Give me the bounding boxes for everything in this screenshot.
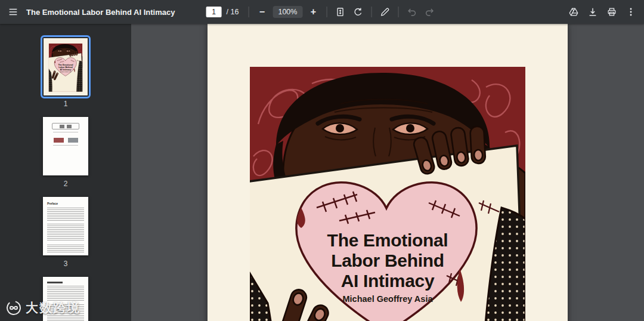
page-thumbnail-4[interactable] (43, 277, 88, 321)
page-number-input[interactable] (206, 7, 222, 17)
book-cover-page: The Emotional Labor Behind AI Intimacy M… (44, 38, 88, 95)
thumb-graphic (53, 145, 78, 146)
redo-button[interactable] (421, 4, 438, 20)
annotate-pen-icon (379, 7, 390, 17)
thumb-heading: Preface (47, 202, 84, 205)
page-thumbnail-3[interactable]: Preface (43, 197, 88, 255)
cover-title: The Emotional Labor Behind AI Intimacy (208, 230, 568, 291)
pdf-viewport: The Emotional Labor Behind AI Intimacy M… (131, 24, 644, 321)
page-thumbnail-1[interactable]: The Emotional Labor Behind AI Intimacy M… (44, 38, 88, 95)
zoom-level: 100% (273, 6, 302, 18)
rotate-button[interactable] (349, 4, 366, 20)
thumb-text-lines (47, 245, 84, 252)
drive-icon (568, 7, 579, 17)
zoom-in-button[interactable]: + (305, 4, 321, 20)
cover-title-line: AI Intimacy (44, 69, 88, 71)
zoom-out-button[interactable]: − (253, 4, 270, 20)
undo-button[interactable] (403, 4, 420, 20)
fit-page-icon (335, 7, 345, 17)
print-button[interactable] (603, 4, 620, 20)
menu-icon (8, 7, 18, 17)
thumbnail-page-number: 1 (64, 100, 68, 108)
thumb-text-lines (47, 224, 84, 242)
thumbnail-item-4: 4 (0, 277, 131, 321)
cover-author: Michael Geoffrey Asia (208, 294, 568, 304)
thumb-text-lines (47, 304, 84, 321)
thumbnail-item-2: 2 (0, 117, 131, 188)
thumbnail-sidebar: The Emotional Labor Behind AI Intimacy M… (0, 24, 131, 321)
thumb-graphic (53, 132, 78, 132)
cover-title-line: Labor Behind (208, 251, 568, 271)
toolbar-divider (371, 7, 371, 17)
thumb-graphic (43, 138, 88, 143)
book-cover-page: The Emotional Labor Behind AI Intimacy M… (208, 24, 568, 321)
thumbnail-item-3: Preface 3 (0, 197, 131, 268)
pdf-page-1: The Emotional Labor Behind AI Intimacy M… (208, 24, 568, 321)
more-options-icon (626, 7, 636, 17)
annotate-button[interactable] (376, 4, 393, 20)
toolbar-divider (398, 7, 398, 17)
download-icon (587, 7, 598, 17)
more-options-button[interactable] (623, 4, 639, 20)
pdf-toolbar: The Emotional Labor Behind AI Intimacy /… (0, 0, 644, 24)
thumb-text-lines (47, 208, 84, 221)
redo-icon (424, 7, 435, 17)
cover-author: Michael Geoffrey Asia (44, 71, 88, 72)
page-thumbnail-2[interactable] (43, 117, 88, 175)
undo-icon (406, 7, 417, 17)
thumbnail-page-number: 2 (64, 180, 68, 188)
cover-title-line: The Emotional (208, 230, 568, 251)
toolbar-divider (248, 7, 249, 17)
download-button[interactable] (584, 4, 601, 20)
drive-button[interactable] (565, 4, 582, 20)
fit-page-button[interactable] (332, 4, 348, 20)
thumbnail-item-1: The Emotional Labor Behind AI Intimacy M… (0, 38, 131, 108)
toolbar-divider (326, 7, 327, 17)
document-title: The Emotional Labor Behind AI Intimacy (26, 8, 175, 17)
cover-title: The Emotional Labor Behind AI Intimacy (44, 63, 88, 70)
print-icon (606, 7, 617, 17)
menu-button[interactable] (5, 4, 21, 20)
cover-title-line: AI Intimacy (208, 271, 568, 291)
thumb-text-lines (47, 286, 84, 301)
rotate-icon (352, 7, 363, 17)
thumbnail-page-number: 3 (64, 260, 68, 268)
page-count-label: / 16 (227, 8, 239, 16)
thumb-heading (47, 282, 63, 283)
thumb-graphic (52, 123, 79, 129)
